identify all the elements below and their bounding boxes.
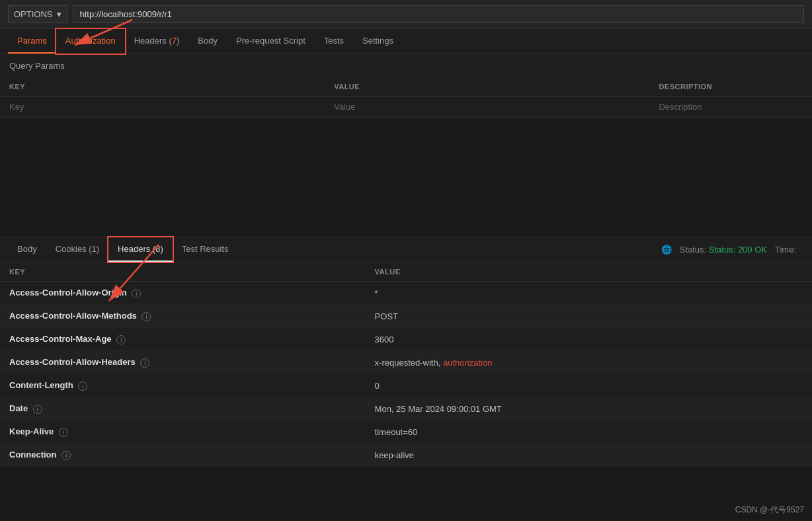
status-bar: 🌐 Status: Status: 200 OK Time: [653,245,804,255]
bottom-tab-body[interactable]: Body [8,237,46,262]
response-header-key: Access-Control-Allow-Origin i [0,282,366,305]
info-icon[interactable]: i [78,381,87,391]
method-label: OPTIONS [14,9,53,19]
tab-settings[interactable]: Settings [353,29,403,54]
info-icon[interactable]: i [33,405,42,414]
table-row: Content-Length i0 [0,374,812,397]
response-col-key: KEY [0,262,366,282]
query-params-label: Query Params [0,54,812,77]
table-row: Access-Control-Allow-Headers ix-requeste… [0,351,812,374]
info-icon[interactable]: i [61,451,71,460]
table-row: Keep-Alive itimeout=60 [0,421,812,444]
table-row: Access-Control-Allow-Methods iPOST [0,305,812,328]
info-icon[interactable]: i [59,428,68,437]
response-header-value: timeout=60 [366,421,812,444]
bottom-tab-headers[interactable]: Headers (8) [108,237,173,262]
bottom-tab-test-results[interactable]: Test Results [173,237,238,262]
response-header-value: POST [366,305,812,328]
dropdown-icon: ▾ [57,9,61,19]
response-header-key: Connection i [0,444,366,467]
tab-authorization[interactable]: Authorization [56,29,125,54]
table-row: Date iMon, 25 Mar 2024 09:00:01 GMT [0,397,812,421]
tab-headers[interactable]: Headers (7) [125,29,189,54]
request-bar: OPTIONS ▾ [0,0,812,29]
response-col-value: VALUE [366,262,812,282]
url-input[interactable] [73,5,804,23]
status-label: Status: Status: 200 OK [680,245,767,255]
bottom-tab-cookies[interactable]: Cookies (1) [46,237,108,262]
params-table: KEY VALUE DESCRIPTION Key Value Descript… [0,77,812,118]
response-header-value: 0 [366,374,812,397]
value-placeholder: Value [325,97,649,118]
table-row: Access-Control-Max-Age i3600 [0,328,812,351]
info-icon[interactable]: i [140,358,149,368]
response-header-key: Content-Length i [0,374,366,397]
col-header-key: KEY [0,77,325,97]
response-header-value: Mon, 25 Mar 2024 09:00:01 GMT [366,397,812,421]
info-icon[interactable]: i [142,312,151,321]
key-placeholder: Key [0,97,325,118]
response-header-key: Access-Control-Allow-Headers i [0,351,366,374]
col-header-value: VALUE [325,77,649,97]
response-header-key: Access-Control-Allow-Methods i [0,305,366,328]
tab-body[interactable]: Body [188,29,227,54]
table-row: Key Value Description [0,97,812,118]
tab-pre-request-script[interactable]: Pre-request Script [227,29,315,54]
info-icon[interactable]: i [132,289,141,298]
col-header-description: DESCRIPTION [649,77,812,97]
tab-params[interactable]: Params [8,29,56,54]
globe-icon: 🌐 [661,245,672,255]
response-header-value: 3600 [366,328,812,351]
response-header-key: Date i [0,397,366,421]
empty-area [0,118,812,237]
response-header-value: x-requested-with, authorization [366,351,812,374]
request-tabs: Params Authorization Headers (7) Body Pr… [0,29,812,54]
bottom-panel: Body Cookies (1) Headers (8) Test Result… [0,237,812,467]
response-header-value: * [366,282,812,305]
response-header-value: keep-alive [366,444,812,467]
bottom-tabs-row: Body Cookies (1) Headers (8) Test Result… [0,237,812,262]
tab-tests[interactable]: Tests [315,29,353,54]
table-row: Access-Control-Allow-Origin i* [0,282,812,305]
response-header-key: Keep-Alive i [0,421,366,444]
response-headers-table: KEY VALUE Access-Control-Allow-Origin i*… [0,262,812,467]
response-header-key: Access-Control-Max-Age i [0,328,366,351]
desc-placeholder: Description [649,97,812,118]
method-select[interactable]: OPTIONS ▾ [8,5,67,23]
time-label: Time: [775,245,796,255]
watermark: CSDN @-代号9527 [735,504,804,516]
info-icon[interactable]: i [116,335,126,344]
table-row: Connection ikeep-alive [0,444,812,467]
